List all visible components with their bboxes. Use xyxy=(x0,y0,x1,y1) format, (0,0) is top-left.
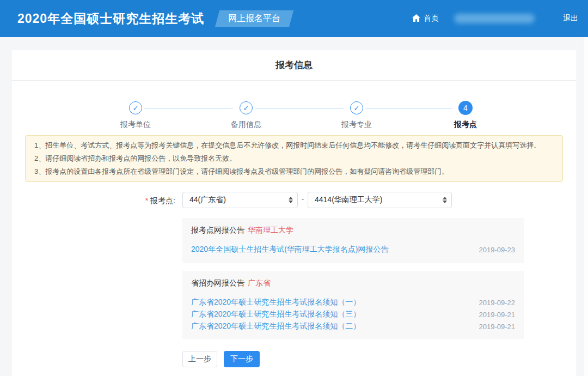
select-separator: - xyxy=(299,195,306,203)
site-notice-header: 报考点网报公告华南理工大学 xyxy=(191,226,515,235)
site-notice-date: 2019-09-23 xyxy=(479,246,516,254)
step-4-label: 报考点 xyxy=(433,120,498,130)
site-notice-link[interactable]: 2020年全国硕士生招生考试(华南理工大学报名点)网报公告 xyxy=(191,245,388,254)
list-item: 广东省2020年硕士研究生招生考试报名须知（二） 2019-09-21 xyxy=(191,320,515,332)
province-select[interactable]: 44(广东省) xyxy=(182,192,298,208)
site-notice-highlight: 华南理工大学 xyxy=(248,226,293,234)
step-1-label: 报考单位 xyxy=(103,120,168,130)
notice-line-2: 2、请仔细阅读省招办和报考点的网报公告，以免导致报名无效。 xyxy=(34,152,554,165)
check-icon: ✓ xyxy=(354,104,360,112)
province-notice-title: 省招办网报公告 xyxy=(191,278,244,287)
card-title-bar: 报考信息 xyxy=(12,50,576,81)
top-header: 2020年全国硕士研究生招生考试 网上报名平台 首页 退出 xyxy=(0,0,588,37)
list-item: 2020年全国硕士生招生考试(华南理工大学报名点)网报公告 2019-09-23 xyxy=(191,244,515,256)
province-notice-highlight: 广东省 xyxy=(248,278,271,287)
check-icon: ✓ xyxy=(243,104,249,112)
home-label: 首页 xyxy=(424,14,439,23)
step-4-circle: 4 xyxy=(458,101,473,115)
province-notice-link-1[interactable]: 广东省2020年硕士研究生招生考试报名须知（一） xyxy=(191,298,360,307)
province-notice-link-3[interactable]: 广东省2020年硕士研究生招生考试报名须知（二） xyxy=(191,322,360,331)
page-title: 报考信息 xyxy=(275,59,313,71)
step-3-label: 报考专业 xyxy=(324,120,389,130)
province-notice-date-1: 2019-09-22 xyxy=(479,299,516,307)
province-notice-date-2: 2019-09-21 xyxy=(479,311,516,319)
step-3-circle: ✓ xyxy=(350,101,363,114)
province-notice-date-3: 2019-09-21 xyxy=(479,323,516,331)
notice-box: 1、招生单位、考试方式、报考点等为报考关键信息，在提交信息后不允许修改，网报时间… xyxy=(25,135,563,182)
province-notice-header: 省招办网报公告广东省 xyxy=(191,278,515,288)
exam-site-select-value: 4414(华南理工大学) xyxy=(315,195,382,205)
logout-button[interactable]: 退出 xyxy=(563,14,578,23)
notice-line-1: 1、招生单位、考试方式、报考点等为报考关键信息，在提交信息后不允许修改，网报时间… xyxy=(34,139,554,152)
username-redacted xyxy=(454,14,535,23)
step-connector-1 xyxy=(144,108,233,108)
site-notice-box: 报考点网报公告华南理工大学 2020年全国硕士生招生考试(华南理工大学报名点)网… xyxy=(182,218,524,263)
exam-site-field-label: *报考点: xyxy=(45,196,175,206)
next-step-button[interactable]: 下一步 xyxy=(224,351,260,367)
select-stepper-icon xyxy=(289,197,293,203)
home-link[interactable]: 首页 xyxy=(412,14,439,23)
home-icon xyxy=(412,14,424,23)
site-notice-title: 报考点网报公告 xyxy=(191,226,244,234)
exam-site-label-text: 报考点: xyxy=(150,196,175,205)
platform-badge-label: 网上报名平台 xyxy=(228,13,280,25)
main-card: 报考信息 ✓ 报考单位 ✓ 备用信息 ✓ 报考专业 4 报考点 1、招生单位、考… xyxy=(12,50,576,376)
list-item: 广东省2020年硕士研究生招生考试报名须知（三） 2019-09-21 xyxy=(191,308,515,320)
province-notice-box: 省招办网报公告广东省 广东省2020年硕士研究生招生考试报名须知（一） 2019… xyxy=(182,271,524,339)
step-connector-3 xyxy=(365,108,452,108)
previous-step-button[interactable]: 上一步 xyxy=(182,351,217,367)
step-2-label: 备用信息 xyxy=(213,120,279,130)
check-icon: ✓ xyxy=(133,104,139,112)
required-asterisk: * xyxy=(145,196,148,205)
province-notice-link-2[interactable]: 广东省2020年硕士研究生招生考试报名须知（三） xyxy=(191,310,360,319)
header-right: 首页 退出 xyxy=(412,14,578,23)
exam-site-select[interactable]: 4414(华南理工大学) xyxy=(308,192,452,208)
list-item: 广东省2020年硕士研究生招生考试报名须知（一） 2019-09-22 xyxy=(191,296,515,308)
step-2-circle: ✓ xyxy=(240,101,253,114)
step-4-number: 4 xyxy=(463,104,468,112)
platform-badge: 网上报名平台 xyxy=(215,10,293,27)
scrollbar[interactable] xyxy=(584,37,588,376)
step-connector-2 xyxy=(255,108,344,108)
select-stepper-icon xyxy=(443,197,447,203)
notice-line-3: 3、报考点的设置由各报考点所在省级管理部门设定，请仔细阅读报考点及省级管理部门的… xyxy=(34,165,554,178)
site-title: 2020年全国硕士研究生招生考试 xyxy=(17,10,204,27)
province-select-value: 44(广东省) xyxy=(189,195,226,205)
step-1-circle: ✓ xyxy=(129,101,142,114)
